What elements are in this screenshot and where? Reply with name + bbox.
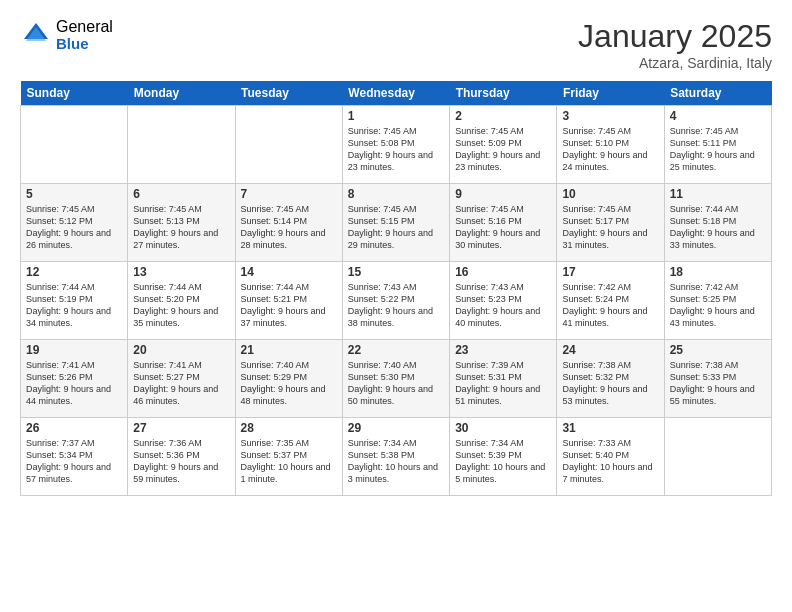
- day-info: Sunrise: 7:35 AM Sunset: 5:37 PM Dayligh…: [241, 437, 337, 486]
- weekday-header: Monday: [128, 81, 235, 106]
- day-number: 2: [455, 109, 551, 123]
- day-info: Sunrise: 7:38 AM Sunset: 5:32 PM Dayligh…: [562, 359, 658, 408]
- title-block: January 2025 Atzara, Sardinia, Italy: [578, 18, 772, 71]
- weekday-header: Wednesday: [342, 81, 449, 106]
- calendar-cell: 29Sunrise: 7:34 AM Sunset: 5:38 PM Dayli…: [342, 418, 449, 496]
- day-info: Sunrise: 7:36 AM Sunset: 5:36 PM Dayligh…: [133, 437, 229, 486]
- calendar-cell: 20Sunrise: 7:41 AM Sunset: 5:27 PM Dayli…: [128, 340, 235, 418]
- logo-text: General Blue: [56, 18, 113, 52]
- day-info: Sunrise: 7:44 AM Sunset: 5:20 PM Dayligh…: [133, 281, 229, 330]
- day-number: 26: [26, 421, 122, 435]
- day-number: 9: [455, 187, 551, 201]
- day-number: 23: [455, 343, 551, 357]
- day-info: Sunrise: 7:45 AM Sunset: 5:12 PM Dayligh…: [26, 203, 122, 252]
- header-row: SundayMondayTuesdayWednesdayThursdayFrid…: [21, 81, 772, 106]
- weekday-header: Thursday: [450, 81, 557, 106]
- calendar-cell: 30Sunrise: 7:34 AM Sunset: 5:39 PM Dayli…: [450, 418, 557, 496]
- day-number: 3: [562, 109, 658, 123]
- day-info: Sunrise: 7:45 AM Sunset: 5:14 PM Dayligh…: [241, 203, 337, 252]
- day-number: 10: [562, 187, 658, 201]
- calendar-page: General Blue January 2025 Atzara, Sardin…: [0, 0, 792, 612]
- logo-blue: Blue: [56, 36, 113, 53]
- day-info: Sunrise: 7:44 AM Sunset: 5:18 PM Dayligh…: [670, 203, 766, 252]
- day-info: Sunrise: 7:37 AM Sunset: 5:34 PM Dayligh…: [26, 437, 122, 486]
- calendar-cell: 31Sunrise: 7:33 AM Sunset: 5:40 PM Dayli…: [557, 418, 664, 496]
- day-info: Sunrise: 7:43 AM Sunset: 5:23 PM Dayligh…: [455, 281, 551, 330]
- logo: General Blue: [20, 18, 113, 52]
- month-title: January 2025: [578, 18, 772, 55]
- day-number: 29: [348, 421, 444, 435]
- calendar-cell: 1Sunrise: 7:45 AM Sunset: 5:08 PM Daylig…: [342, 106, 449, 184]
- calendar-cell: 11Sunrise: 7:44 AM Sunset: 5:18 PM Dayli…: [664, 184, 771, 262]
- page-header: General Blue January 2025 Atzara, Sardin…: [20, 18, 772, 71]
- day-info: Sunrise: 7:43 AM Sunset: 5:22 PM Dayligh…: [348, 281, 444, 330]
- day-number: 7: [241, 187, 337, 201]
- calendar-cell: 2Sunrise: 7:45 AM Sunset: 5:09 PM Daylig…: [450, 106, 557, 184]
- calendar-week-row: 19Sunrise: 7:41 AM Sunset: 5:26 PM Dayli…: [21, 340, 772, 418]
- day-number: 4: [670, 109, 766, 123]
- day-number: 24: [562, 343, 658, 357]
- day-info: Sunrise: 7:33 AM Sunset: 5:40 PM Dayligh…: [562, 437, 658, 486]
- calendar-week-row: 5Sunrise: 7:45 AM Sunset: 5:12 PM Daylig…: [21, 184, 772, 262]
- day-number: 5: [26, 187, 122, 201]
- day-info: Sunrise: 7:34 AM Sunset: 5:38 PM Dayligh…: [348, 437, 444, 486]
- day-info: Sunrise: 7:45 AM Sunset: 5:08 PM Dayligh…: [348, 125, 444, 174]
- day-number: 19: [26, 343, 122, 357]
- day-number: 11: [670, 187, 766, 201]
- calendar-cell: [128, 106, 235, 184]
- day-number: 16: [455, 265, 551, 279]
- day-number: 21: [241, 343, 337, 357]
- day-number: 6: [133, 187, 229, 201]
- day-number: 12: [26, 265, 122, 279]
- calendar-table: SundayMondayTuesdayWednesdayThursdayFrid…: [20, 81, 772, 496]
- calendar-week-row: 26Sunrise: 7:37 AM Sunset: 5:34 PM Dayli…: [21, 418, 772, 496]
- calendar-cell: [21, 106, 128, 184]
- calendar-week-row: 12Sunrise: 7:44 AM Sunset: 5:19 PM Dayli…: [21, 262, 772, 340]
- day-info: Sunrise: 7:41 AM Sunset: 5:26 PM Dayligh…: [26, 359, 122, 408]
- day-info: Sunrise: 7:45 AM Sunset: 5:17 PM Dayligh…: [562, 203, 658, 252]
- calendar-week-row: 1Sunrise: 7:45 AM Sunset: 5:08 PM Daylig…: [21, 106, 772, 184]
- calendar-cell: 5Sunrise: 7:45 AM Sunset: 5:12 PM Daylig…: [21, 184, 128, 262]
- calendar-cell: 13Sunrise: 7:44 AM Sunset: 5:20 PM Dayli…: [128, 262, 235, 340]
- day-number: 28: [241, 421, 337, 435]
- calendar-cell: 6Sunrise: 7:45 AM Sunset: 5:13 PM Daylig…: [128, 184, 235, 262]
- weekday-header: Tuesday: [235, 81, 342, 106]
- day-info: Sunrise: 7:44 AM Sunset: 5:21 PM Dayligh…: [241, 281, 337, 330]
- logo-icon: [20, 19, 52, 51]
- calendar-cell: 23Sunrise: 7:39 AM Sunset: 5:31 PM Dayli…: [450, 340, 557, 418]
- day-number: 30: [455, 421, 551, 435]
- day-number: 31: [562, 421, 658, 435]
- calendar-cell: 10Sunrise: 7:45 AM Sunset: 5:17 PM Dayli…: [557, 184, 664, 262]
- weekday-header: Sunday: [21, 81, 128, 106]
- calendar-cell: 14Sunrise: 7:44 AM Sunset: 5:21 PM Dayli…: [235, 262, 342, 340]
- calendar-cell: 17Sunrise: 7:42 AM Sunset: 5:24 PM Dayli…: [557, 262, 664, 340]
- day-info: Sunrise: 7:41 AM Sunset: 5:27 PM Dayligh…: [133, 359, 229, 408]
- weekday-header: Friday: [557, 81, 664, 106]
- day-number: 13: [133, 265, 229, 279]
- weekday-header: Saturday: [664, 81, 771, 106]
- location: Atzara, Sardinia, Italy: [578, 55, 772, 71]
- day-info: Sunrise: 7:39 AM Sunset: 5:31 PM Dayligh…: [455, 359, 551, 408]
- day-info: Sunrise: 7:42 AM Sunset: 5:25 PM Dayligh…: [670, 281, 766, 330]
- calendar-cell: 3Sunrise: 7:45 AM Sunset: 5:10 PM Daylig…: [557, 106, 664, 184]
- calendar-cell: 12Sunrise: 7:44 AM Sunset: 5:19 PM Dayli…: [21, 262, 128, 340]
- day-info: Sunrise: 7:42 AM Sunset: 5:24 PM Dayligh…: [562, 281, 658, 330]
- calendar-cell: 16Sunrise: 7:43 AM Sunset: 5:23 PM Dayli…: [450, 262, 557, 340]
- day-info: Sunrise: 7:45 AM Sunset: 5:16 PM Dayligh…: [455, 203, 551, 252]
- calendar-cell: 4Sunrise: 7:45 AM Sunset: 5:11 PM Daylig…: [664, 106, 771, 184]
- calendar-cell: 19Sunrise: 7:41 AM Sunset: 5:26 PM Dayli…: [21, 340, 128, 418]
- calendar-cell: [664, 418, 771, 496]
- day-number: 14: [241, 265, 337, 279]
- day-info: Sunrise: 7:45 AM Sunset: 5:09 PM Dayligh…: [455, 125, 551, 174]
- day-info: Sunrise: 7:45 AM Sunset: 5:11 PM Dayligh…: [670, 125, 766, 174]
- day-info: Sunrise: 7:44 AM Sunset: 5:19 PM Dayligh…: [26, 281, 122, 330]
- day-info: Sunrise: 7:45 AM Sunset: 5:13 PM Dayligh…: [133, 203, 229, 252]
- calendar-cell: 22Sunrise: 7:40 AM Sunset: 5:30 PM Dayli…: [342, 340, 449, 418]
- calendar-cell: 25Sunrise: 7:38 AM Sunset: 5:33 PM Dayli…: [664, 340, 771, 418]
- day-number: 18: [670, 265, 766, 279]
- day-info: Sunrise: 7:38 AM Sunset: 5:33 PM Dayligh…: [670, 359, 766, 408]
- logo-general: General: [56, 18, 113, 36]
- calendar-cell: 7Sunrise: 7:45 AM Sunset: 5:14 PM Daylig…: [235, 184, 342, 262]
- calendar-cell: 18Sunrise: 7:42 AM Sunset: 5:25 PM Dayli…: [664, 262, 771, 340]
- calendar-cell: 27Sunrise: 7:36 AM Sunset: 5:36 PM Dayli…: [128, 418, 235, 496]
